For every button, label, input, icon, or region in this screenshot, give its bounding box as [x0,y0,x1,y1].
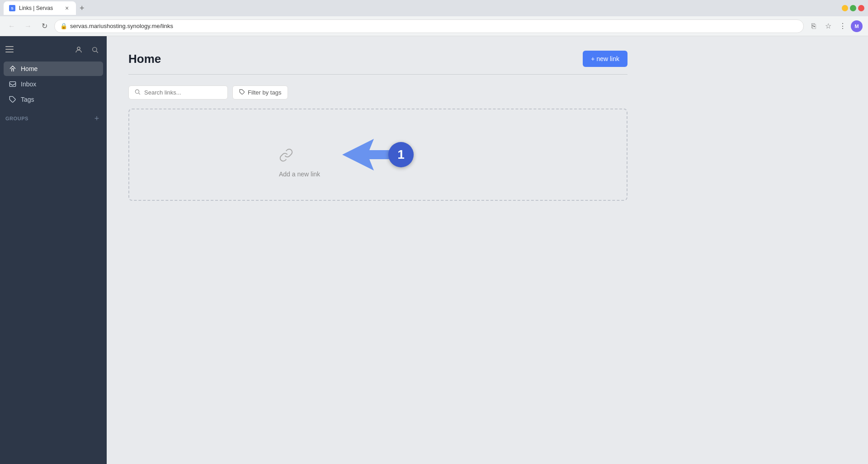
more-icon[interactable]: ⋮ [836,20,849,33]
sidebar-item-home[interactable]: Home [4,62,103,76]
back-button[interactable]: ← [5,20,18,33]
new-link-label: + new link [591,55,619,62]
minimize-button[interactable]: – [842,5,848,11]
close-button[interactable]: × [858,5,864,11]
svg-line-5 [96,51,98,53]
sidebar-item-label: Inbox [21,80,36,88]
tutorial-badge: 1 [388,142,414,167]
search-box[interactable] [128,85,228,99]
search-input[interactable] [144,89,222,96]
filter-label: Filter by tags [248,89,281,96]
profile-avatar[interactable]: M [851,20,863,32]
sidebar-item-tags[interactable]: Tags [4,92,103,107]
svg-rect-0 [5,46,14,47]
new-tab-button[interactable]: + [80,4,85,13]
add-group-button[interactable]: + [92,114,101,123]
svg-line-9 [139,93,140,95]
tutorial-overlay: Add a new link 1 [342,137,414,173]
sidebar-nav: Home Inbox Tags [0,62,107,107]
main-inner: Home + new link [107,36,649,215]
main-content: Home + new link [107,36,868,464]
toolbar-actions: ⎘ ☆ ⋮ M [807,20,863,33]
reload-icon: ↻ [42,22,47,30]
divider [128,74,627,75]
home-icon [9,65,16,72]
empty-link-icon [279,148,293,166]
browser-tab[interactable]: S Links | Servas × [4,1,76,15]
svg-point-4 [93,47,97,52]
back-icon: ← [8,22,15,30]
tab-title: Links | Servas [19,5,53,11]
empty-text: Add a new link [279,170,320,178]
sidebar: Home Inbox Tags G [0,36,107,464]
browser-chrome: S Links | Servas × + – □ × [0,0,868,16]
url-display: servas.mariushosting.synology.me/links [70,23,798,29]
svg-rect-1 [5,49,14,50]
reload-button[interactable]: ↻ [38,20,51,33]
sidebar-groups-section: GROUPS + [0,107,107,125]
bookmark-icon[interactable]: ☆ [822,20,835,33]
filter-by-tags-button[interactable]: Filter by tags [232,85,288,99]
maximize-button[interactable]: □ [850,5,856,11]
sidebar-icons [72,43,101,56]
secure-icon: 🔒 [60,23,67,29]
address-bar[interactable]: 🔒 servas.mariushosting.synology.me/links [54,19,804,33]
groups-header: GROUPS + [5,114,101,123]
page-title: Home [128,52,161,66]
svg-point-3 [77,47,80,50]
inbox-icon [9,80,16,88]
groups-label: GROUPS [5,116,28,121]
toolbar: Filter by tags [128,85,627,99]
tutorial-arrow-icon [342,137,392,173]
tags-icon [9,96,16,103]
svg-rect-2 [5,52,14,52]
tab-close-button[interactable]: × [63,5,71,12]
forward-button[interactable]: → [22,20,34,33]
svg-marker-11 [342,139,392,170]
sidebar-item-label: Home [21,65,38,72]
app-container: Home Inbox Tags G [0,36,868,464]
svg-point-8 [135,90,139,93]
sidebar-header [0,42,107,62]
filter-tag-icon [239,89,245,96]
browser-toolbar: ← → ↻ 🔒 servas.mariushosting.synology.me… [0,16,868,36]
search-icon-button[interactable] [89,43,101,56]
sidebar-item-label: Tags [21,96,34,103]
sidebar-item-inbox[interactable]: Inbox [4,77,103,91]
tab-favicon: S [9,5,15,11]
window-controls: – □ × [842,5,864,11]
empty-links-area: Add a new link 1 [128,109,627,201]
search-icon [134,89,141,96]
sidebar-toggle-button[interactable] [5,45,14,55]
account-icon-button[interactable] [72,43,85,56]
cast-icon[interactable]: ⎘ [807,20,820,33]
page-header: Home + new link [128,51,627,67]
new-link-button[interactable]: + new link [583,51,627,67]
forward-icon: → [24,22,32,30]
